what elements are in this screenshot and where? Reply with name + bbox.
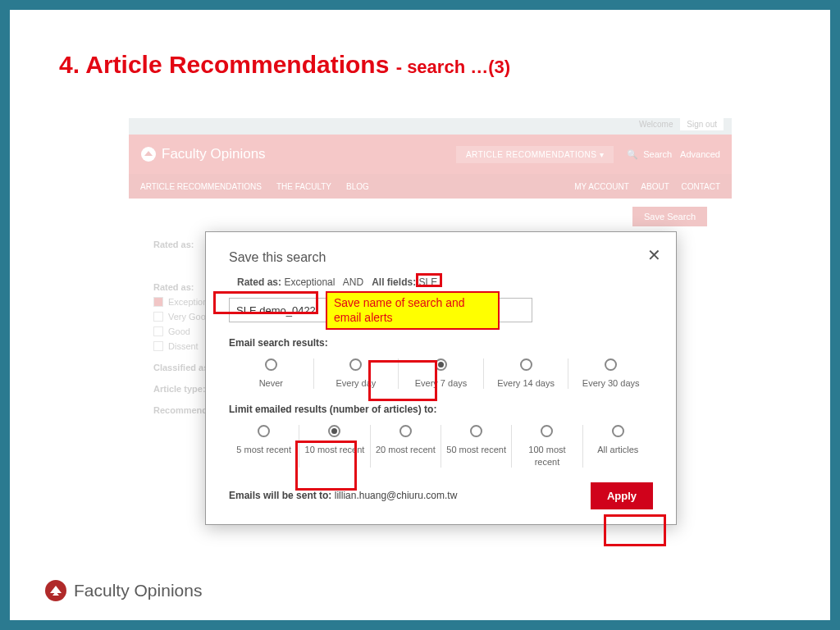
radio-icon[interactable] bbox=[265, 358, 277, 371]
all-fields-label: All fields: bbox=[372, 276, 416, 288]
modal-footer: Emails will be sent to: lillian.huang@ch… bbox=[229, 482, 653, 509]
limit-results-heading: Limit emailed results (number of article… bbox=[229, 404, 653, 415]
checkbox-icon bbox=[153, 341, 163, 351]
footer-logo: Faculty Opinions bbox=[44, 579, 202, 602]
signout-chip: Sign out bbox=[680, 118, 724, 130]
nav-item: MY ACCOUNT bbox=[574, 182, 628, 191]
radio-icon[interactable] bbox=[435, 358, 447, 371]
email-frequency-option[interactable]: Every day bbox=[314, 358, 399, 389]
slide-title: 4. Article Recommendations - search …(3) bbox=[59, 51, 510, 79]
email-frequency-label: Never bbox=[232, 377, 310, 389]
radio-icon[interactable] bbox=[605, 358, 617, 371]
all-fields-value: SLE bbox=[418, 276, 437, 288]
nav-item: BLOG bbox=[346, 182, 369, 191]
sent-to: Emails will be sent to: lillian.huang@ch… bbox=[229, 490, 457, 501]
welcome-bar: Welcome Sign out bbox=[129, 118, 732, 135]
radio-icon[interactable] bbox=[541, 425, 553, 437]
slide: 4. Article Recommendations - search …(3)… bbox=[10, 10, 830, 620]
limit-results-option[interactable]: 100 most recent bbox=[512, 425, 582, 468]
apply-button[interactable]: Apply bbox=[591, 482, 653, 509]
brand-text: Faculty Opinions bbox=[162, 146, 266, 162]
search-icon: 🔍 bbox=[627, 149, 638, 160]
limit-results-option[interactable]: 20 most recent bbox=[371, 425, 441, 468]
limit-results-option[interactable]: 50 most recent bbox=[441, 425, 512, 468]
logo-icon bbox=[44, 579, 67, 602]
email-frequency-group: NeverEvery dayEvery 7 daysEvery 14 daysE… bbox=[229, 358, 653, 389]
limit-results-option[interactable]: 10 most recent bbox=[299, 425, 370, 468]
email-frequency-label: Every 14 days bbox=[487, 377, 565, 389]
welcome-text: Welcome bbox=[639, 120, 673, 129]
nav-item: THE FACULTY bbox=[276, 182, 331, 191]
app-header: Faculty Opinions ARTICLE RECOMMENDATIONS… bbox=[129, 135, 732, 174]
rated-as-value: Exceptional bbox=[284, 276, 335, 288]
limit-results-label: All articles bbox=[587, 444, 650, 455]
email-frequency-label: Every 7 days bbox=[402, 377, 480, 389]
and-operator: AND bbox=[343, 276, 363, 288]
nav-item: CONTACT bbox=[681, 182, 720, 191]
header-tab: ARTICLE RECOMMENDATIONS ▾ bbox=[456, 146, 614, 163]
limit-results-option[interactable]: 5 most recent bbox=[229, 425, 299, 468]
email-results-heading: Email search results: bbox=[229, 337, 653, 349]
save-search-modal: ✕ Save this search Rated as: Exceptional… bbox=[205, 231, 677, 525]
radio-icon[interactable] bbox=[399, 425, 412, 437]
email-frequency-label: Every 30 days bbox=[572, 377, 650, 389]
email-frequency-option[interactable]: Every 30 days bbox=[568, 358, 653, 389]
save-search-bg-button: Save Search bbox=[632, 207, 707, 226]
radio-icon[interactable] bbox=[258, 425, 270, 437]
limit-results-label: 5 most recent bbox=[232, 444, 295, 455]
title-sub: - search …(3) bbox=[396, 57, 510, 77]
rated-as-label: Rated as: bbox=[237, 276, 281, 288]
modal-title: Save this search bbox=[229, 250, 653, 265]
sent-to-label: Emails will be sent to: bbox=[229, 490, 331, 501]
checkbox-icon bbox=[153, 312, 163, 322]
annotation-callout: Save name of search and email alerts bbox=[326, 291, 500, 330]
radio-icon[interactable] bbox=[612, 425, 624, 437]
sub-nav: ARTICLE RECOMMENDATIONS THE FACULTY BLOG… bbox=[129, 174, 732, 199]
header-search: 🔍 Search bbox=[622, 149, 672, 160]
email-frequency-option[interactable]: Never bbox=[229, 358, 314, 389]
radio-icon[interactable] bbox=[520, 358, 532, 371]
email-frequency-option[interactable]: Every 14 days bbox=[484, 358, 569, 389]
email-frequency-option[interactable]: Every 7 days bbox=[399, 358, 484, 389]
title-main: 4. Article Recommendations bbox=[59, 51, 389, 78]
limit-results-label: 50 most recent bbox=[445, 444, 508, 455]
footer-brand-text: Faculty Opinions bbox=[74, 581, 202, 600]
limit-results-label: 100 most recent bbox=[515, 444, 578, 468]
nav-item: ARTICLE RECOMMENDATIONS bbox=[140, 182, 262, 191]
nav-right: MY ACCOUNT ABOUT CONTACT bbox=[564, 182, 720, 191]
limit-results-label: 20 most recent bbox=[374, 444, 437, 455]
checkbox-icon bbox=[153, 297, 163, 307]
advanced-link: Advanced bbox=[680, 149, 720, 159]
limit-results-label: 10 most recent bbox=[303, 444, 366, 455]
close-icon[interactable]: ✕ bbox=[647, 245, 661, 265]
nav-item: ABOUT bbox=[641, 182, 669, 191]
limit-results-group: 5 most recent10 most recent20 most recen… bbox=[229, 425, 653, 468]
brand-logo-small: Faculty Opinions bbox=[140, 146, 266, 162]
sent-to-value: lillian.huang@chiuru.com.tw bbox=[335, 490, 458, 501]
logo-icon bbox=[140, 146, 157, 162]
email-frequency-label: Every day bbox=[317, 377, 395, 389]
radio-icon[interactable] bbox=[349, 358, 362, 371]
radio-icon[interactable] bbox=[328, 425, 340, 437]
limit-results-option[interactable]: All articles bbox=[583, 425, 653, 468]
radio-icon[interactable] bbox=[470, 425, 482, 437]
search-criteria: Rated as: Exceptional AND All fields: SL… bbox=[237, 276, 653, 288]
checkbox-icon bbox=[153, 326, 163, 336]
